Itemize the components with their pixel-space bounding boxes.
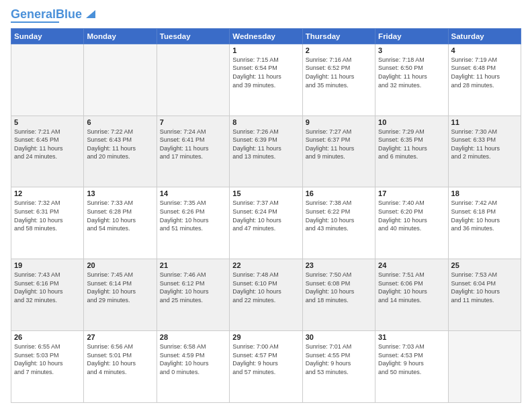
calendar-day bbox=[11, 44, 84, 116]
calendar-day: 11Sunrise: 7:30 AM Sunset: 6:33 PM Dayli… bbox=[448, 116, 521, 187]
day-number: 16 bbox=[306, 189, 372, 197]
logo-text: GeneralBlue bbox=[11, 8, 82, 21]
day-info: Sunrise: 7:16 AM Sunset: 6:52 PM Dayligh… bbox=[306, 56, 372, 89]
week-row-3: 12Sunrise: 7:32 AM Sunset: 6:31 PM Dayli… bbox=[11, 187, 521, 259]
calendar-day: 20Sunrise: 7:45 AM Sunset: 6:14 PM Dayli… bbox=[84, 259, 157, 331]
day-info: Sunrise: 7:29 AM Sunset: 6:35 PM Dayligh… bbox=[378, 128, 445, 161]
day-info: Sunrise: 7:30 AM Sunset: 6:33 PM Dayligh… bbox=[451, 128, 518, 161]
day-info: Sunrise: 7:53 AM Sunset: 6:04 PM Dayligh… bbox=[451, 271, 518, 304]
day-info: Sunrise: 6:56 AM Sunset: 5:01 PM Dayligh… bbox=[87, 342, 153, 376]
day-number: 6 bbox=[87, 118, 153, 126]
week-row-1: 1Sunrise: 7:15 AM Sunset: 6:54 PM Daylig… bbox=[11, 44, 521, 116]
week-row-5: 26Sunrise: 6:55 AM Sunset: 5:03 PM Dayli… bbox=[11, 331, 521, 403]
calendar-day: 3Sunrise: 7:18 AM Sunset: 6:50 PM Daylig… bbox=[375, 44, 448, 116]
day-number: 11 bbox=[451, 118, 518, 126]
day-info: Sunrise: 7:46 AM Sunset: 6:12 PM Dayligh… bbox=[160, 271, 226, 304]
svg-marker-0 bbox=[86, 10, 95, 18]
logo-blue: Blue bbox=[56, 7, 82, 21]
day-number: 3 bbox=[378, 46, 445, 54]
calendar-day: 23Sunrise: 7:50 AM Sunset: 6:08 PM Dayli… bbox=[302, 259, 375, 331]
calendar-day: 30Sunrise: 7:01 AM Sunset: 4:55 PM Dayli… bbox=[302, 331, 375, 403]
day-number: 23 bbox=[306, 261, 372, 269]
day-number: 28 bbox=[160, 333, 226, 341]
day-number: 25 bbox=[451, 261, 518, 269]
calendar-day: 1Sunrise: 7:15 AM Sunset: 6:54 PM Daylig… bbox=[230, 44, 302, 116]
calendar-day: 27Sunrise: 6:56 AM Sunset: 5:01 PM Dayli… bbox=[84, 331, 157, 403]
day-info: Sunrise: 7:37 AM Sunset: 6:24 PM Dayligh… bbox=[232, 199, 299, 232]
day-info: Sunrise: 7:24 AM Sunset: 6:41 PM Dayligh… bbox=[160, 128, 226, 161]
logo: GeneralBlue bbox=[11, 8, 98, 23]
header-monday: Monday bbox=[84, 28, 157, 44]
day-number: 8 bbox=[232, 118, 299, 126]
calendar-day: 18Sunrise: 7:42 AM Sunset: 6:18 PM Dayli… bbox=[448, 187, 521, 259]
calendar-day: 5Sunrise: 7:21 AM Sunset: 6:45 PM Daylig… bbox=[11, 116, 84, 187]
day-number: 12 bbox=[14, 189, 81, 197]
day-number: 17 bbox=[378, 189, 445, 197]
day-number: 30 bbox=[306, 333, 372, 341]
calendar-day: 7Sunrise: 7:24 AM Sunset: 6:41 PM Daylig… bbox=[157, 116, 229, 187]
logo-general: General bbox=[11, 7, 56, 21]
calendar-day: 14Sunrise: 7:35 AM Sunset: 6:26 PM Dayli… bbox=[157, 187, 229, 259]
calendar-day: 8Sunrise: 7:26 AM Sunset: 6:39 PM Daylig… bbox=[230, 116, 302, 187]
day-info: Sunrise: 7:26 AM Sunset: 6:39 PM Dayligh… bbox=[232, 128, 299, 161]
day-info: Sunrise: 7:03 AM Sunset: 4:53 PM Dayligh… bbox=[378, 342, 445, 376]
calendar-day: 6Sunrise: 7:22 AM Sunset: 6:43 PM Daylig… bbox=[84, 116, 157, 187]
calendar-day: 17Sunrise: 7:40 AM Sunset: 6:20 PM Dayli… bbox=[375, 187, 448, 259]
day-info: Sunrise: 7:48 AM Sunset: 6:10 PM Dayligh… bbox=[232, 271, 299, 304]
header-tuesday: Tuesday bbox=[157, 28, 229, 44]
week-row-4: 19Sunrise: 7:43 AM Sunset: 6:16 PM Dayli… bbox=[11, 259, 521, 331]
day-info: Sunrise: 7:27 AM Sunset: 6:37 PM Dayligh… bbox=[306, 128, 372, 161]
logo-icon bbox=[83, 6, 98, 21]
day-info: Sunrise: 7:00 AM Sunset: 4:57 PM Dayligh… bbox=[232, 342, 299, 376]
day-info: Sunrise: 6:58 AM Sunset: 4:59 PM Dayligh… bbox=[160, 342, 226, 376]
header-thursday: Thursday bbox=[302, 28, 375, 44]
calendar-day: 9Sunrise: 7:27 AM Sunset: 6:37 PM Daylig… bbox=[302, 116, 375, 187]
calendar-day: 22Sunrise: 7:48 AM Sunset: 6:10 PM Dayli… bbox=[230, 259, 302, 331]
day-info: Sunrise: 7:45 AM Sunset: 6:14 PM Dayligh… bbox=[87, 271, 153, 304]
day-number: 2 bbox=[306, 46, 372, 54]
calendar-day: 31Sunrise: 7:03 AM Sunset: 4:53 PM Dayli… bbox=[375, 331, 448, 403]
logo-underline bbox=[11, 21, 59, 23]
day-number: 18 bbox=[451, 189, 518, 197]
day-info: Sunrise: 7:42 AM Sunset: 6:18 PM Dayligh… bbox=[451, 199, 518, 232]
day-number: 21 bbox=[160, 261, 226, 269]
day-info: Sunrise: 6:55 AM Sunset: 5:03 PM Dayligh… bbox=[14, 342, 81, 376]
calendar-day: 26Sunrise: 6:55 AM Sunset: 5:03 PM Dayli… bbox=[11, 331, 84, 403]
day-number: 20 bbox=[87, 261, 153, 269]
day-number: 14 bbox=[160, 189, 226, 197]
calendar-day bbox=[157, 44, 229, 116]
day-number: 1 bbox=[232, 46, 299, 54]
day-number: 4 bbox=[451, 46, 518, 54]
day-info: Sunrise: 7:32 AM Sunset: 6:31 PM Dayligh… bbox=[14, 199, 81, 232]
calendar-day: 25Sunrise: 7:53 AM Sunset: 6:04 PM Dayli… bbox=[448, 259, 521, 331]
calendar-header-row: SundayMondayTuesdayWednesdayThursdayFrid… bbox=[11, 28, 521, 44]
calendar-day: 29Sunrise: 7:00 AM Sunset: 4:57 PM Dayli… bbox=[230, 331, 302, 403]
calendar-day bbox=[448, 331, 521, 403]
calendar-day: 21Sunrise: 7:46 AM Sunset: 6:12 PM Dayli… bbox=[157, 259, 229, 331]
calendar-day: 15Sunrise: 7:37 AM Sunset: 6:24 PM Dayli… bbox=[230, 187, 302, 259]
calendar-day: 2Sunrise: 7:16 AM Sunset: 6:52 PM Daylig… bbox=[302, 44, 375, 116]
day-info: Sunrise: 7:21 AM Sunset: 6:45 PM Dayligh… bbox=[14, 128, 81, 161]
calendar-day: 19Sunrise: 7:43 AM Sunset: 6:16 PM Dayli… bbox=[11, 259, 84, 331]
day-number: 13 bbox=[87, 189, 153, 197]
day-number: 15 bbox=[232, 189, 299, 197]
calendar-day: 13Sunrise: 7:33 AM Sunset: 6:28 PM Dayli… bbox=[84, 187, 157, 259]
day-info: Sunrise: 7:15 AM Sunset: 6:54 PM Dayligh… bbox=[232, 56, 299, 89]
calendar-day: 24Sunrise: 7:51 AM Sunset: 6:06 PM Dayli… bbox=[375, 259, 448, 331]
day-number: 19 bbox=[14, 261, 81, 269]
header-saturday: Saturday bbox=[448, 28, 521, 44]
header-sunday: Sunday bbox=[11, 28, 84, 44]
day-info: Sunrise: 7:40 AM Sunset: 6:20 PM Dayligh… bbox=[378, 199, 445, 232]
day-number: 7 bbox=[160, 118, 226, 126]
day-number: 5 bbox=[14, 118, 81, 126]
day-info: Sunrise: 7:18 AM Sunset: 6:50 PM Dayligh… bbox=[378, 56, 445, 89]
day-number: 27 bbox=[87, 333, 153, 341]
day-number: 22 bbox=[232, 261, 299, 269]
page: GeneralBlue SundayMondayTuesdayWednesday… bbox=[0, 0, 532, 411]
day-number: 10 bbox=[378, 118, 445, 126]
day-info: Sunrise: 7:33 AM Sunset: 6:28 PM Dayligh… bbox=[87, 199, 153, 232]
week-row-2: 5Sunrise: 7:21 AM Sunset: 6:45 PM Daylig… bbox=[11, 116, 521, 187]
day-info: Sunrise: 7:50 AM Sunset: 6:08 PM Dayligh… bbox=[306, 271, 372, 304]
day-info: Sunrise: 7:01 AM Sunset: 4:55 PM Dayligh… bbox=[306, 342, 372, 376]
day-info: Sunrise: 7:43 AM Sunset: 6:16 PM Dayligh… bbox=[14, 271, 81, 304]
